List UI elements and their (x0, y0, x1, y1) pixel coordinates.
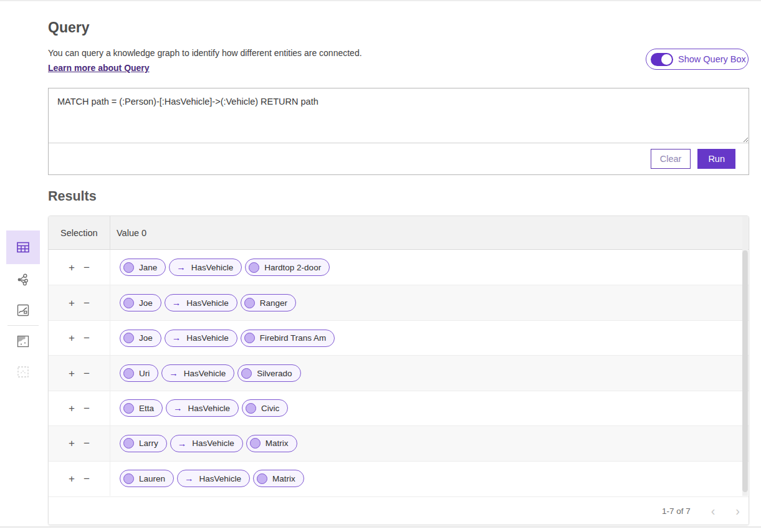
node-circle-icon (123, 262, 134, 273)
add-to-selection-button[interactable]: + (69, 262, 75, 273)
arrow-right-icon: → (178, 439, 187, 449)
source-node-pill[interactable]: Larry (120, 435, 167, 452)
target-node-pill[interactable]: Matrix (253, 470, 304, 487)
add-to-selection-button[interactable]: + (69, 438, 75, 449)
row-value-cell: Joe → HasVehicle Ranger (110, 285, 749, 320)
sidebar-item-graph-view[interactable] (6, 264, 40, 295)
source-node-pill[interactable]: Joe (120, 294, 161, 311)
edge-pill[interactable]: → HasVehicle (177, 470, 250, 487)
node-circle-icon (244, 298, 255, 308)
page-top-divider (0, 0, 761, 1)
table-body: + − Jane → HasVehicle Hardtop 2-door + − (49, 250, 749, 496)
show-query-box-toggle[interactable]: Show Query Box (646, 49, 749, 70)
page-title: Query (48, 19, 89, 36)
target-node-pill[interactable]: Matrix (246, 435, 297, 452)
edge-pill[interactable]: → HasVehicle (165, 330, 237, 347)
node-circle-icon (257, 473, 267, 484)
clear-button[interactable]: Clear (651, 149, 691, 169)
row-selection-cell: + − (49, 321, 110, 355)
row-value-cell: Lauren → HasVehicle Matrix (110, 462, 749, 496)
source-node-pill[interactable]: Lauren (120, 470, 174, 487)
edge-pill[interactable]: → HasVehicle (169, 259, 242, 276)
add-to-selection-button[interactable]: + (69, 368, 75, 379)
vertical-scrollbar-track[interactable] (742, 217, 748, 496)
source-node-pill[interactable]: Uri (120, 364, 158, 382)
node-circle-icon (123, 333, 134, 343)
edge-pill[interactable]: → HasVehicle (170, 435, 243, 452)
target-node-pill[interactable]: Civic (242, 399, 288, 417)
remove-from-selection-button[interactable]: − (84, 262, 90, 273)
detail-view-icon (16, 365, 30, 379)
node-circle-icon (123, 298, 134, 308)
column-header-selection: Selection (49, 216, 110, 249)
node-circle-icon (123, 473, 134, 484)
arrow-right-icon: → (172, 333, 181, 343)
node-circle-icon (123, 403, 134, 414)
column-header-value0: Value 0 (110, 228, 146, 238)
query-editor-panel: Clear Run (48, 88, 749, 175)
table-row: + − Joe → HasVehicle Firebird Trans Am (49, 320, 749, 355)
page-bottom-divider (0, 526, 761, 528)
table-row: + − Uri → HasVehicle Silverado (49, 355, 749, 390)
target-node-pill[interactable]: Ranger (241, 294, 296, 311)
add-to-selection-button[interactable]: + (69, 298, 75, 308)
target-node-pill[interactable]: Silverado (237, 364, 300, 382)
source-node-pill[interactable]: Jane (120, 259, 166, 276)
add-to-selection-button[interactable]: + (69, 473, 75, 484)
pagination-next-icon[interactable]: › (735, 505, 740, 517)
edge-pill[interactable]: → HasVehicle (166, 399, 239, 417)
table-row: + − Etta → HasVehicle Civic (49, 391, 749, 425)
run-button[interactable]: Run (697, 149, 735, 169)
toggle-label: Show Query Box (678, 54, 746, 64)
row-value-cell: Joe → HasVehicle Firebird Trans Am (110, 321, 749, 355)
query-input[interactable] (49, 88, 749, 143)
row-value-cell: Larry → HasVehicle Matrix (110, 426, 749, 460)
toggle-switch-icon[interactable] (651, 53, 673, 66)
sidebar-item-chart-view[interactable] (6, 295, 40, 325)
row-selection-cell: + − (49, 356, 110, 390)
map-view-icon (16, 335, 30, 348)
target-node-pill[interactable]: Hardtop 2-door (245, 259, 330, 276)
remove-from-selection-button[interactable]: − (84, 368, 90, 379)
row-selection-cell: + − (49, 391, 110, 425)
row-selection-cell: + − (49, 426, 110, 460)
source-node-pill[interactable]: Etta (120, 399, 163, 417)
view-mode-sidebar (6, 230, 40, 387)
node-circle-icon (250, 438, 261, 449)
table-row: + − Lauren → HasVehicle Matrix (49, 461, 749, 496)
add-to-selection-button[interactable]: + (69, 333, 75, 343)
learn-more-link[interactable]: Learn more about Query (48, 63, 150, 73)
node-circle-icon (123, 368, 134, 379)
results-title: Results (48, 189, 97, 204)
target-node-pill[interactable]: Firebird Trans Am (241, 330, 335, 347)
node-circle-icon (244, 333, 255, 343)
row-value-cell: Uri → HasVehicle Silverado (110, 356, 749, 390)
row-selection-cell: + − (49, 462, 110, 496)
toggle-knob (661, 54, 672, 65)
edge-pill[interactable]: → HasVehicle (165, 294, 237, 311)
remove-from-selection-button[interactable]: − (84, 333, 90, 343)
remove-from-selection-button[interactable]: − (84, 473, 90, 484)
remove-from-selection-button[interactable]: − (84, 438, 90, 449)
results-table: Selection Value 0 + − Jane → HasVehicle … (48, 216, 749, 525)
sidebar-item-table-view[interactable] (6, 230, 40, 264)
sidebar-item-map-view[interactable] (6, 326, 40, 356)
graph-view-icon (16, 273, 30, 287)
add-to-selection-button[interactable]: + (69, 403, 75, 414)
remove-from-selection-button[interactable]: − (84, 403, 90, 414)
pagination-prev-icon[interactable]: ‹ (711, 505, 716, 517)
pagination-range: 1-7 of 7 (662, 506, 691, 516)
node-circle-icon (246, 403, 256, 414)
edge-pill[interactable]: → HasVehicle (161, 364, 234, 382)
chart-view-icon (16, 303, 30, 317)
query-actions-bar: Clear Run (49, 143, 749, 174)
remove-from-selection-button[interactable]: − (84, 298, 90, 308)
node-circle-icon (241, 368, 252, 379)
arrow-right-icon: → (173, 404, 183, 413)
vertical-scrollbar-thumb[interactable] (742, 250, 748, 492)
row-value-cell: Etta → HasVehicle Civic (110, 391, 749, 425)
table-view-icon (16, 240, 30, 254)
arrow-right-icon: → (169, 369, 178, 378)
row-selection-cell: + − (49, 250, 110, 285)
source-node-pill[interactable]: Joe (120, 330, 161, 347)
